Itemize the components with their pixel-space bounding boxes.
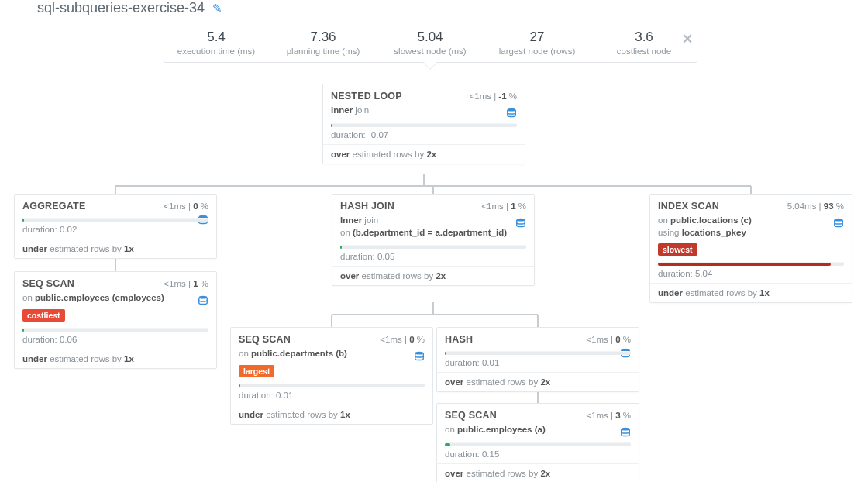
duration-bar [658, 262, 844, 266]
estimate-text: over estimated rows by 2x [445, 373, 631, 387]
node-stats: 5.04ms | 93 % [787, 201, 844, 211]
duration-text: duration: -0.07 [331, 130, 517, 139]
duration-text: duration: 0.15 [445, 449, 631, 459]
duration-bar [239, 384, 425, 387]
estimate-text: under estimated rows by 1x [22, 239, 208, 253]
node-subline: on public.departments (b) [239, 348, 425, 360]
database-icon[interactable] [833, 218, 844, 229]
plan-node-index-scan[interactable]: INDEX SCAN 5.04ms | 93 % on public.locat… [649, 194, 852, 303]
duration-bar [445, 442, 631, 446]
svg-point-2 [517, 219, 525, 222]
metrics-bar: 5.4 execution time (ms) 7.36 planning ti… [163, 26, 698, 63]
metric-value: 27 [484, 29, 591, 45]
node-title: SEQ SCAN [22, 278, 74, 289]
node-subline: on public.employees (a) [445, 424, 631, 436]
node-subline: on public.employees (employees) [22, 292, 208, 305]
svg-point-5 [415, 352, 424, 355]
database-icon[interactable] [414, 351, 425, 362]
svg-point-7 [622, 428, 630, 431]
node-stats: <1ms | 0 % [164, 201, 208, 211]
node-title: SEQ SCAN [445, 410, 497, 421]
page-title: sql-subqueries-exercise-34 [37, 0, 205, 16]
duration-bar [22, 218, 208, 222]
metric-value: 5.04 [377, 29, 484, 45]
metric-slowest-node: 5.04 slowest node (ms) [377, 29, 484, 56]
metric-label: execution time (ms) [163, 46, 270, 56]
node-title: SEQ SCAN [239, 334, 291, 345]
metric-label: planning time (ms) [270, 46, 377, 56]
plan-node-hash[interactable]: HASH <1ms | 0 % duration: 0.01 over esti… [436, 327, 639, 392]
node-subline: Inner join on (b.department_id = a.depar… [340, 215, 526, 239]
plan-node-seq-scan-employees[interactable]: SEQ SCAN <1ms | 1 % on public.employees … [14, 271, 217, 369]
node-title: HASH JOIN [340, 201, 394, 212]
duration-text: duration: 0.02 [22, 225, 208, 234]
database-icon[interactable] [506, 108, 517, 119]
duration-bar [22, 328, 208, 332]
metric-largest-node: 27 largest node (rows) [484, 29, 591, 56]
duration-bar [445, 351, 631, 355]
duration-text: duration: 0.01 [239, 391, 425, 400]
estimate-text: over estimated rows by 2x [445, 464, 631, 478]
node-title: NESTED LOOP [331, 91, 402, 102]
edit-icon[interactable]: ✎ [212, 2, 222, 15]
svg-point-3 [835, 219, 843, 222]
duration-bar [331, 123, 517, 127]
node-stats: <1ms | 1 % [481, 201, 526, 211]
database-icon[interactable] [515, 218, 526, 229]
node-stats: <1ms | 0 % [586, 335, 631, 344]
plan-node-hash-join[interactable]: HASH JOIN <1ms | 1 % Inner join on (b.de… [332, 194, 535, 286]
metric-planning-time: 7.36 planning time (ms) [270, 29, 377, 56]
metric-value: 5.4 [163, 29, 270, 45]
metric-label: largest node (rows) [484, 46, 591, 56]
slowest-badge: slowest [658, 243, 698, 256]
node-stats: <1ms | 3 % [586, 411, 631, 420]
node-title: INDEX SCAN [658, 201, 719, 212]
svg-point-4 [199, 296, 208, 299]
largest-badge: largest [239, 365, 274, 377]
duration-text: duration: 5.04 [658, 269, 844, 278]
duration-bar [340, 245, 526, 249]
estimate-text: over estimated rows by 2x [340, 267, 526, 281]
plan-node-seq-scan-employees-a[interactable]: SEQ SCAN <1ms | 3 % on public.employees … [436, 403, 639, 482]
estimate-text: under estimated rows by 1x [239, 405, 425, 419]
plan-node-aggregate[interactable]: AGGREGATE <1ms | 0 % duration: 0.02 unde… [14, 194, 217, 259]
database-icon[interactable] [198, 295, 208, 306]
node-title: AGGREGATE [22, 201, 85, 212]
close-icon[interactable]: ✕ [682, 31, 693, 47]
estimate-text: over estimated rows by 2x [331, 145, 517, 159]
metric-execution-time: 5.4 execution time (ms) [163, 29, 270, 56]
duration-text: duration: 0.05 [340, 252, 526, 261]
metric-value: 7.36 [270, 29, 377, 45]
pointer-icon [422, 62, 438, 70]
node-stats: <1ms | -1 % [470, 91, 518, 101]
estimate-text: under estimated rows by 1x [22, 349, 208, 363]
duration-text: duration: 0.01 [445, 358, 631, 367]
plan-node-seq-scan-departments[interactable]: SEQ SCAN <1ms | 0 % on public.department… [230, 327, 433, 425]
node-title: HASH [445, 334, 473, 345]
database-icon[interactable] [620, 427, 631, 438]
metric-label: costliest node [591, 46, 698, 56]
node-subline: Inner join [331, 105, 517, 117]
node-stats: <1ms | 0 % [380, 335, 425, 344]
costliest-badge: costliest [22, 309, 65, 322]
estimate-text: under estimated rows by 1x [658, 284, 844, 298]
node-subline: on public.locations (c) using locations_… [658, 215, 844, 239]
duration-text: duration: 0.06 [22, 335, 208, 344]
node-stats: <1ms | 1 % [164, 279, 208, 288]
metric-label: slowest node (ms) [377, 46, 484, 56]
plan-node-nested-loop[interactable]: NESTED LOOP <1ms | -1 % Inner join durat… [322, 84, 525, 164]
svg-point-0 [508, 108, 516, 112]
